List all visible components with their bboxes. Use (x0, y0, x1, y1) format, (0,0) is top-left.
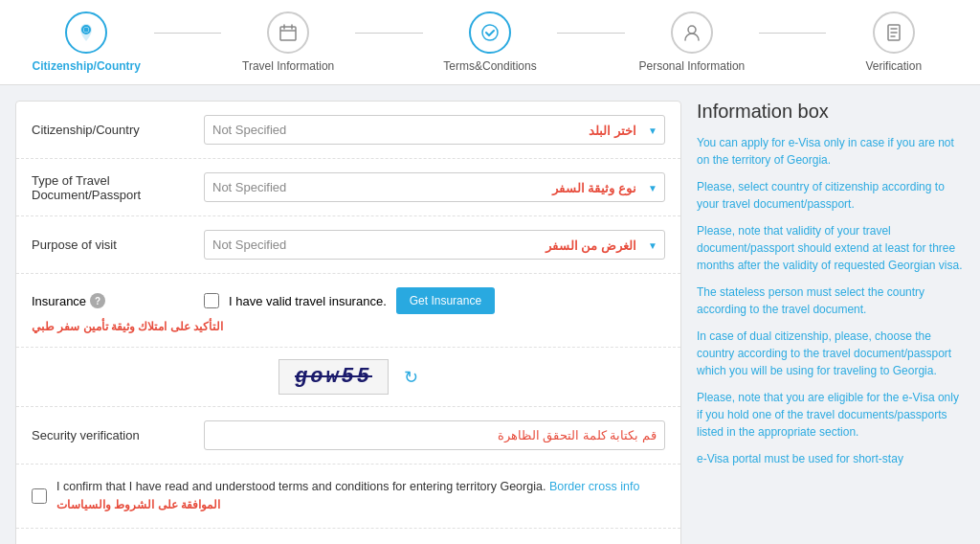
info-paragraph-0: You can apply for e-Visa only in case if… (697, 134, 965, 169)
border-cross-link[interactable]: Border cross info (549, 480, 639, 493)
purpose-row: Purpose of visit Not Specified الغرض من … (16, 216, 680, 274)
travel-doc-control: Not Specified نوع وثيقة السفر (204, 172, 665, 202)
refresh-captcha-icon[interactable]: ↻ (404, 367, 418, 388)
stepper: Citizenship/Country Travel Information (0, 0, 980, 85)
terms-row: I confirm that I have read and understoo… (16, 465, 680, 529)
svg-point-1 (84, 28, 89, 33)
info-paragraph-5: Please, note that you are eligible for t… (697, 389, 965, 441)
purpose-control: Not Specified الغرض من السفر (204, 230, 665, 260)
purpose-label: Purpose of visit (32, 238, 204, 252)
security-row: Security verification (16, 407, 680, 465)
insurance-label-col: Insurance ? (32, 293, 204, 308)
citizenship-row: Citizenship/Country Not Specified اختر ا… (16, 102, 680, 159)
step-label-terms: Terms&Conditions (443, 59, 536, 73)
insurance-row: Insurance ? I have valid travel insuranc… (16, 274, 680, 348)
insurance-checkbox[interactable] (204, 293, 219, 308)
insurance-top: Insurance ? I have valid travel insuranc… (32, 287, 665, 314)
get-insurance-button[interactable]: Get Insurance (396, 287, 495, 314)
step-icon-verification (873, 11, 915, 54)
step-icon-travel (267, 11, 309, 54)
step-citizenship[interactable]: Citizenship/Country (19, 11, 154, 73)
captcha-image: gow55 (278, 359, 389, 395)
insurance-help-icon[interactable]: ? (90, 293, 105, 308)
terms-text: I confirm that I have read and understoo… (56, 480, 546, 493)
insurance-checkbox-wrap: I have valid travel insurance. Get Insur… (204, 287, 665, 314)
svg-point-4 (688, 26, 696, 34)
step-travel[interactable]: Travel Information (221, 11, 356, 73)
citizenship-select[interactable]: Not Specified (204, 115, 665, 145)
security-input[interactable] (204, 420, 665, 450)
travel-doc-label: Type of TravelDocument/Passport (32, 173, 204, 202)
divider-2 (355, 33, 422, 34)
travel-doc-select-wrapper: Not Specified نوع وثيقة السفر (204, 172, 665, 202)
step-label-verification: Verification (865, 59, 922, 73)
step-label-personal: Personal Information (639, 59, 746, 73)
step-icon-terms (469, 11, 511, 54)
captcha-wrap: gow55 ↻ (278, 359, 418, 395)
terms-checkbox[interactable] (32, 488, 47, 504)
captcha-row: gow55 ↻ (16, 348, 680, 407)
main-content: Citizenship/Country Not Specified اختر ا… (0, 85, 980, 544)
insurance-arabic-note: التأكيد على امتلاك وثيقة تأمين سفر طبي (32, 320, 227, 333)
info-paragraph-2: Please, note that validity of your trave… (697, 222, 965, 274)
step-terms[interactable]: Terms&Conditions (423, 11, 558, 73)
purpose-select[interactable]: Not Specified (204, 230, 665, 260)
travel-doc-select[interactable]: Not Specified (204, 172, 665, 202)
terms-text-block: I confirm that I have read and understoo… (56, 478, 665, 514)
step-label-citizenship: Citizenship/Country (33, 59, 141, 73)
divider-3 (557, 33, 624, 34)
info-box-title: Information box (697, 101, 965, 123)
step-personal[interactable]: Personal Information (625, 11, 760, 73)
info-paragraph-4: In case of dual citizenship, please, cho… (697, 328, 965, 379)
insurance-checkbox-label: I have valid travel insurance. (229, 294, 387, 308)
divider-1 (154, 33, 221, 34)
info-paragraph-1: Please, select country of citizenship ac… (697, 178, 965, 213)
citizenship-control: Not Specified اختر البلد (204, 115, 665, 145)
svg-rect-2 (280, 27, 296, 40)
travel-doc-row: Type of TravelDocument/Passport Not Spec… (16, 159, 680, 216)
purpose-select-wrapper: Not Specified الغرض من السفر (204, 230, 665, 260)
step-label-travel: Travel Information (242, 59, 334, 73)
citizenship-label: Citizenship/Country (32, 123, 204, 137)
info-paragraph-6: e-Visa portal must be used for short-sta… (697, 450, 965, 467)
info-paragraph-3: The stateless person must select the cou… (697, 283, 965, 318)
step-verification[interactable]: Verification (826, 11, 961, 73)
insurance-label: Insurance (32, 294, 86, 308)
info-box: Information box You can apply for e-Visa… (697, 101, 965, 544)
svg-point-3 (482, 25, 498, 40)
citizenship-select-wrapper: Not Specified اختر البلد (204, 115, 665, 145)
divider-4 (759, 33, 826, 34)
security-label: Security verification (32, 428, 204, 442)
terms-arabic-text: الموافقة على الشروط والسياسات (56, 498, 220, 511)
step-icon-personal (671, 11, 713, 54)
next-row: NEXT (16, 529, 680, 545)
step-icon-citizenship (65, 11, 107, 54)
security-input-wrap (204, 420, 665, 450)
form-panel: Citizenship/Country Not Specified اختر ا… (15, 101, 681, 544)
